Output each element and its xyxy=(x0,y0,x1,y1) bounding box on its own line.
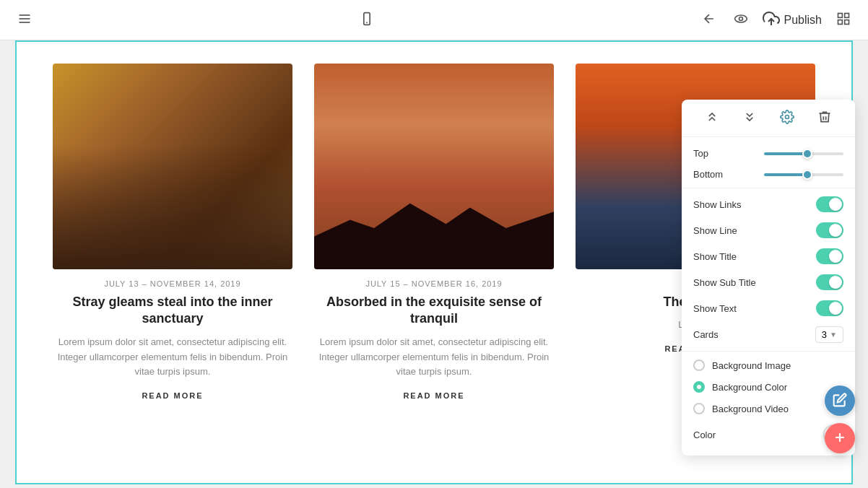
show-subtitle-row: Show Sub Title xyxy=(682,269,855,295)
svg-point-5 xyxy=(734,15,747,22)
layout-button[interactable] xyxy=(833,9,854,31)
card-text-1: Lorem ipsum dolor sit amet, consectetur … xyxy=(53,335,292,380)
show-text-toggle[interactable] xyxy=(816,300,843,316)
delete-button[interactable] xyxy=(815,107,835,129)
plus-icon xyxy=(833,430,847,447)
settings-button[interactable] xyxy=(777,107,797,129)
eye-button[interactable] xyxy=(731,9,751,31)
move-down-button[interactable] xyxy=(739,107,760,129)
panel-toolbar-icons xyxy=(682,100,855,137)
phone-button[interactable] xyxy=(357,9,377,31)
show-title-row: Show Title xyxy=(682,243,855,269)
cloud-upload-icon xyxy=(763,10,780,30)
svg-rect-11 xyxy=(845,20,849,25)
svg-rect-8 xyxy=(838,14,842,18)
top-nav: Publish xyxy=(0,0,868,40)
back-button[interactable] xyxy=(699,9,719,31)
bg-color-radio[interactable] xyxy=(693,381,705,393)
bottom-slider-track xyxy=(764,173,843,176)
cards-label: Cards xyxy=(693,329,719,340)
show-links-toggle[interactable] xyxy=(816,196,843,212)
top-row: Top xyxy=(682,143,855,164)
show-subtitle-toggle[interactable] xyxy=(816,274,843,290)
show-subtitle-label: Show Sub Title xyxy=(693,277,756,288)
gear-icon xyxy=(780,116,794,126)
hamburger-icon xyxy=(17,17,32,28)
card-date-2: JULY 15 – NOVEMBER 16, 2019 xyxy=(365,279,502,288)
card-1: JULY 13 – NOVEMBER 14, 2019 Stray gleams… xyxy=(53,64,292,400)
hamburger-button[interactable] xyxy=(14,9,35,31)
show-title-toggle[interactable] xyxy=(816,248,843,264)
show-title-label: Show Title xyxy=(693,251,737,262)
layout-icon xyxy=(836,17,851,28)
top-slider-track xyxy=(764,152,843,155)
bg-image-radio[interactable] xyxy=(693,360,705,371)
publish-label: Publish xyxy=(784,14,822,27)
card-title-1: Stray gleams steal into the inner sanctu… xyxy=(53,294,292,328)
pencil-icon xyxy=(833,393,847,409)
top-slider[interactable] xyxy=(764,152,843,155)
add-fab-button[interactable] xyxy=(825,423,855,453)
card-image-1 xyxy=(53,64,292,269)
cards-row: Cards 3 ▼ xyxy=(682,321,855,348)
show-text-row: Show Text xyxy=(682,295,855,321)
divider-1 xyxy=(682,188,855,188)
color-label: Color xyxy=(693,430,716,440)
bottom-row: Bottom xyxy=(682,164,855,185)
eye-icon xyxy=(734,17,748,28)
phone-icon xyxy=(360,17,374,28)
card-text-2: Lorem ipsum dolor sit amet, consectetur … xyxy=(314,335,554,380)
card-2: JULY 15 – NOVEMBER 16, 2019 Absorbed in … xyxy=(314,64,554,400)
show-line-toggle[interactable] xyxy=(816,222,843,238)
show-line-label: Show Line xyxy=(693,225,737,236)
move-up-button[interactable] xyxy=(702,107,722,129)
show-line-row: Show Line xyxy=(682,217,855,243)
show-text-label: Show Text xyxy=(693,303,737,314)
cards-select[interactable]: 3 ▼ xyxy=(815,326,843,343)
bg-video-radio[interactable] xyxy=(693,403,705,414)
nav-right: Publish xyxy=(699,9,854,31)
bg-color-label: Background Color xyxy=(712,382,787,393)
card-image-2 xyxy=(314,64,554,269)
divider-2 xyxy=(682,351,855,352)
move-down-icon xyxy=(742,116,757,126)
top-label: Top xyxy=(693,148,708,159)
svg-rect-10 xyxy=(838,20,842,25)
card-link-1[interactable]: READ MORE xyxy=(142,391,203,400)
svg-point-12 xyxy=(786,116,789,119)
bottom-slider-thumb xyxy=(802,170,812,180)
bottom-slider[interactable] xyxy=(764,173,843,176)
back-icon xyxy=(702,17,716,28)
publish-button[interactable]: Publish xyxy=(763,10,822,30)
edit-fab-button[interactable] xyxy=(825,385,855,416)
bg-image-row: Background Image xyxy=(682,354,855,376)
cards-value: 3 xyxy=(822,329,827,340)
nav-left xyxy=(14,9,35,31)
card-date-1: JULY 13 – NOVEMBER 14, 2019 xyxy=(104,279,240,288)
show-links-label: Show Links xyxy=(693,199,741,210)
move-up-icon xyxy=(705,116,719,126)
bottom-label: Bottom xyxy=(693,169,723,180)
svg-rect-9 xyxy=(845,14,849,18)
top-slider-thumb xyxy=(802,149,812,159)
svg-point-6 xyxy=(739,17,742,21)
bg-video-label: Background Video xyxy=(712,404,789,414)
trash-icon xyxy=(817,116,832,126)
nav-center xyxy=(357,9,377,31)
show-links-row: Show Links xyxy=(682,191,855,217)
chevron-down-icon: ▼ xyxy=(830,331,837,339)
bg-image-label: Background Image xyxy=(712,360,791,371)
card-link-2[interactable]: READ MORE xyxy=(403,391,464,400)
card-title-2: Absorbed in the exquisite sense of tranq… xyxy=(314,294,554,328)
main-area: JULY 13 – NOVEMBER 14, 2019 Stray gleams… xyxy=(0,40,868,488)
